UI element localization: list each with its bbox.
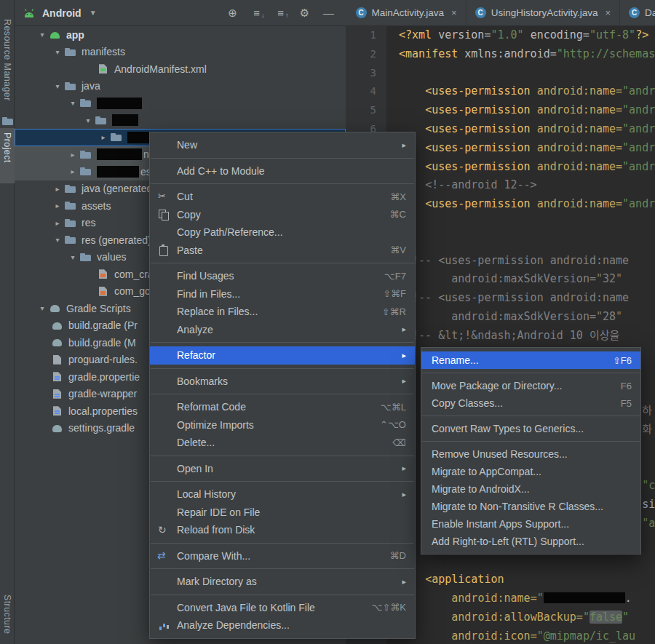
- menu-item-enable-instant-apps-support[interactable]: Enable Instant Apps Support...: [421, 515, 640, 533]
- editor-tab-usinghistoryactivity-java[interactable]: CUsingHistoryActivity.java×: [467, 0, 620, 26]
- menu-item-delete[interactable]: Delete...⌫: [150, 434, 415, 452]
- chevron-down-icon[interactable]: ▾: [82, 116, 95, 124]
- menu-item-convert-java-file-to-kotlin-file[interactable]: Convert Java File to Kotlin File⌥⇧⌘K: [150, 599, 415, 617]
- tree-row-java[interactable]: ▾java: [15, 78, 346, 95]
- tree-row-androidmanifest-xml[interactable]: AndroidManifest.xml: [15, 60, 346, 78]
- stripe-project-button[interactable]: Project: [2, 132, 12, 163]
- code-token: <!--android 12-->: [399, 178, 537, 191]
- tab-close-icon[interactable]: ×: [451, 7, 457, 18]
- menu-item-refactor[interactable]: Refactor▸: [150, 346, 415, 365]
- menu-item-repair-ide-on-file[interactable]: Repair IDE on File: [150, 504, 415, 522]
- tab-label: Da: [645, 7, 655, 18]
- menu-item-remove-unused-resources[interactable]: Remove Unused Resources...: [421, 445, 640, 463]
- folder-icon: [79, 148, 92, 161]
- menu-item-migrate-to-non-transitive-r-classes[interactable]: Migrate to Non-Transitive R Classes...: [421, 498, 640, 515]
- menu-item-rename[interactable]: Rename...⇧F6: [421, 351, 640, 369]
- line-number: 5: [346, 101, 376, 120]
- redacted-text: [112, 114, 138, 126]
- code-token: <!-- &lt;!&ndash;Android 10 이상을: [399, 329, 619, 342]
- chevron-down-icon[interactable]: ▾: [51, 82, 64, 90]
- code-token: <uses-permission: [399, 197, 537, 210]
- menu-item-reformat-code[interactable]: Reformat Code⌥⌘L: [150, 398, 415, 416]
- menu-icon-spacer: [157, 418, 170, 431]
- code-token: ": [583, 611, 590, 624]
- chevron-right-icon[interactable]: ▸: [51, 202, 64, 210]
- chevron-down-icon[interactable]: ▾: [36, 31, 49, 39]
- module-selector[interactable]: Android ▼: [15, 7, 97, 19]
- menu-item-reload-from-disk[interactable]: Reload from Disk: [150, 521, 415, 539]
- menu-item-paste[interactable]: Paste⌘V: [150, 242, 415, 260]
- chevron-right-icon[interactable]: ▸: [51, 219, 64, 227]
- menu-item-copy[interactable]: Copy⌘C: [150, 206, 415, 224]
- code-token: android:name=: [537, 103, 622, 116]
- menu-item-analyze-dependencies[interactable]: Analyze Dependencies...: [150, 616, 415, 635]
- folder-icon: [79, 97, 92, 109]
- tab-close-icon[interactable]: ×: [605, 7, 611, 18]
- stripe-resource-manager-button[interactable]: Resource Manager: [2, 19, 12, 101]
- tree-row[interactable]: ▾: [15, 95, 346, 112]
- menu-item-add-right-to-left-rtl-support[interactable]: Add Right-to-Left (RTL) Support...: [421, 533, 640, 550]
- expand-all-icon[interactable]: ≡↓: [250, 7, 263, 20]
- submenu-arrow-icon: ▸: [402, 351, 406, 360]
- editor-tab-mainactivity-java[interactable]: CMainActivity.java×: [347, 0, 467, 26]
- menu-item-optimize-imports[interactable]: Optimize Imports⌃⌥O: [150, 416, 415, 434]
- deps-icon: [157, 619, 170, 632]
- menu-item-label: Cut: [177, 191, 373, 202]
- code-line: <uses-permission android:name="android.p…: [399, 195, 655, 214]
- menu-item-move-package-or-directory[interactable]: Move Package or Directory...F6: [421, 377, 640, 394]
- chevron-right-icon[interactable]: ▸: [66, 151, 79, 159]
- tree-row-app[interactable]: ▾app: [15, 26, 346, 44]
- tree-row[interactable]: ▾: [15, 112, 346, 130]
- menu-icon-spacer: [157, 349, 170, 362]
- chevron-right-icon[interactable]: ▸: [66, 167, 79, 175]
- hide-panel-icon[interactable]: —: [322, 7, 336, 20]
- menu-item-open-in[interactable]: Open In▸: [150, 460, 415, 478]
- menu-item-cut[interactable]: Cut⌘X: [150, 188, 415, 206]
- chevron-right-icon[interactable]: ▸: [51, 185, 64, 193]
- menu-item-analyze[interactable]: Analyze▸: [150, 321, 415, 339]
- menu-item-shortcut: ⌥F7: [384, 271, 406, 282]
- menu-item-shortcut: F6: [621, 381, 632, 391]
- menu-item-label: Replace in Files...: [177, 306, 365, 317]
- crosshair-icon[interactable]: ⊕: [226, 7, 239, 20]
- menu-item-local-history[interactable]: Local History▸: [150, 485, 415, 504]
- collapse-all-icon[interactable]: ≡↑: [274, 7, 287, 20]
- menu-item-migrate-to-appcompat[interactable]: Migrate to AppCompat...: [421, 463, 640, 480]
- menu-item-replace-in-files[interactable]: Replace in Files...⇧⌘R: [150, 303, 415, 321]
- menu-item-migrate-to-androidx[interactable]: Migrate to AndroidX...: [421, 480, 640, 498]
- menu-item-label: Migrate to AndroidX...: [432, 483, 632, 495]
- code-token: android:name=: [537, 160, 622, 173]
- menu-item-convert-raw-types-to-generics[interactable]: Convert Raw Types to Generics...: [421, 420, 640, 437]
- menu-item-shortcut: F5: [621, 398, 632, 409]
- menu-item-add-c-to-module[interactable]: Add C++ to Module: [150, 162, 415, 180]
- menu-item-label: Copy Path/Reference...: [177, 226, 406, 238]
- menu-item-compare-with[interactable]: Compare With...⌘D: [150, 547, 415, 565]
- menu-item-new[interactable]: New▸: [150, 136, 415, 154]
- tree-label: local.properties: [68, 405, 138, 417]
- menu-item-bookmarks[interactable]: Bookmarks▸: [150, 373, 415, 391]
- menu-separator: [151, 183, 414, 184]
- folder-icon: [64, 234, 76, 246]
- editor-tab-da[interactable]: CDa×: [620, 0, 655, 26]
- stripe-structure-button[interactable]: Structure: [2, 595, 12, 634]
- menu-item-find-usages[interactable]: Find Usages⌥F7: [150, 267, 415, 285]
- menu-item-find-in-files[interactable]: Find in Files...⇧⌘F: [150, 285, 415, 303]
- android-studio-window: Resource Manager Project Structure Andro…: [0, 0, 655, 644]
- gradle-icon: [51, 336, 63, 349]
- chevron-down-icon[interactable]: ▾: [51, 236, 64, 244]
- code-line: android:name=".: [399, 589, 655, 608]
- chevron-down-icon[interactable]: ▾: [66, 253, 79, 261]
- settings-gear-icon[interactable]: ⚙: [298, 7, 311, 20]
- menu-item-copy-classes[interactable]: Copy Classes...F5: [421, 394, 640, 412]
- tree-row-manifests[interactable]: ▾manifests: [15, 44, 346, 61]
- code-line: <application: [399, 571, 655, 589]
- code-line: [399, 64, 655, 83]
- menu-item-copy-path-reference[interactable]: Copy Path/Reference...: [150, 223, 415, 242]
- chevron-right-icon[interactable]: ▸: [97, 133, 110, 141]
- chevron-down-icon[interactable]: ▾: [51, 48, 64, 56]
- menu-item-mark-directory-as[interactable]: Mark Directory as▸: [150, 573, 415, 591]
- chevron-down-icon[interactable]: ▾: [36, 304, 49, 312]
- redacted-text: [127, 132, 149, 143]
- code-token: "android.perm: [622, 84, 655, 98]
- chevron-down-icon[interactable]: ▾: [66, 99, 79, 107]
